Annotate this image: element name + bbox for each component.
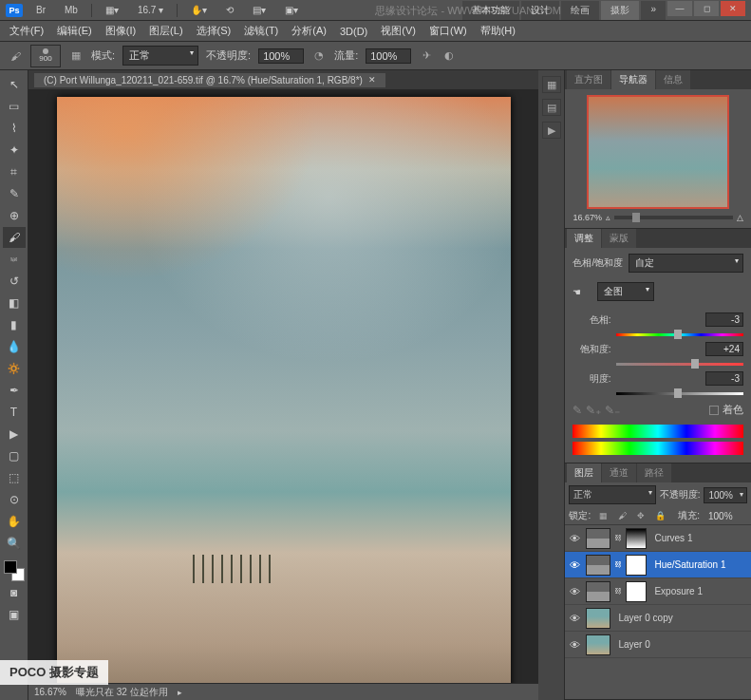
canvas[interactable] [28, 89, 538, 683]
eyedropper-icon[interactable]: ✎ [573, 404, 582, 417]
menu-edit[interactable]: 编辑(E) [51, 21, 98, 41]
menu-select[interactable]: 选择(S) [191, 21, 237, 41]
hue-slider[interactable] [616, 331, 743, 338]
layer-name[interactable]: Exposure 1 [650, 586, 749, 596]
layer-row[interactable]: 👁 ⛓ Curves 1 [565, 525, 751, 552]
blur-tool[interactable]: 💧 [3, 336, 26, 357]
zoom-tool[interactable]: 🔍 [3, 533, 26, 554]
layer-thumb[interactable] [586, 634, 610, 655]
link-icon[interactable]: ⛓ [614, 534, 622, 542]
minimize-button[interactable]: — [667, 1, 692, 16]
brush-tool[interactable]: 🖌 [3, 227, 26, 248]
link-icon[interactable]: ⛓ [614, 587, 622, 596]
bridge-icon[interactable]: Br [30, 3, 51, 17]
menu-analysis[interactable]: 分析(A) [286, 21, 332, 41]
stamp-tool[interactable]: ⎃ [3, 249, 26, 270]
preset-dropdown[interactable]: 自定 [629, 254, 743, 273]
tab-masks[interactable]: 蒙版 [602, 229, 636, 248]
shape-tool[interactable]: ▢ [3, 445, 26, 466]
menu-file[interactable]: 文件(F) [4, 21, 49, 41]
hue-value[interactable]: -3 [705, 312, 743, 327]
layer-row[interactable]: 👁 Layer 0 copy [565, 605, 751, 632]
layer-mask-thumb[interactable] [626, 555, 647, 576]
rotate-icon[interactable]: ⟲ [220, 3, 239, 17]
tab-histogram[interactable]: 直方图 [567, 70, 610, 89]
zoom-level[interactable]: 16.7 ▾ [132, 3, 169, 17]
close-button[interactable]: ✕ [721, 1, 745, 16]
type-tool[interactable]: T [3, 402, 26, 423]
navigator-zoom[interactable]: 16.67% [573, 213, 602, 222]
view-extras-icon[interactable]: ▦▾ [100, 3, 124, 17]
tab-channels[interactable]: 通道 [602, 464, 636, 482]
layer-name[interactable]: Layer 0 [614, 639, 749, 650]
flow-input[interactable]: 100% [366, 48, 411, 64]
pen-tool[interactable]: ✒ [3, 380, 26, 401]
colorize-checkbox[interactable]: 着色 [709, 403, 743, 417]
lightness-slider[interactable] [616, 389, 743, 397]
marquee-tool[interactable]: ▭ [3, 96, 26, 117]
fill-input[interactable]: 100% [705, 510, 747, 522]
quick-select-tool[interactable]: ✦ [3, 140, 26, 161]
move-tool[interactable]: ↖ [3, 74, 26, 95]
range-dropdown[interactable]: 全图 [597, 282, 654, 301]
blend-mode-dropdown[interactable]: 正常 [122, 46, 198, 66]
lock-all-icon[interactable]: 🔒 [653, 509, 667, 522]
history-brush-tool[interactable]: ↺ [3, 271, 26, 292]
dock-icon-1[interactable]: ▦ [542, 76, 561, 93]
layer-row[interactable]: 👁 ⛓ Exposure 1 [565, 578, 751, 605]
visibility-icon[interactable]: 👁 [567, 533, 582, 544]
lasso-tool[interactable]: ⌇ [3, 118, 26, 139]
layer-thumb[interactable] [586, 528, 610, 549]
spot-heal-tool[interactable]: ⊕ [3, 205, 26, 226]
lightness-value[interactable]: -3 [705, 371, 743, 386]
minibridge-icon[interactable]: Mb [59, 3, 84, 17]
layer-thumb[interactable] [586, 608, 610, 629]
layer-thumb[interactable] [586, 581, 610, 602]
zoom-out-icon[interactable]: ▵ [606, 213, 610, 222]
tab-info[interactable]: 信息 [656, 70, 690, 89]
eraser-tool[interactable]: ◧ [3, 293, 26, 313]
layer-thumb[interactable] [586, 555, 610, 576]
document-tab[interactable]: (C) Port Willunga_120211_021-659.tif @ 1… [34, 73, 385, 87]
maximize-button[interactable]: ◻ [694, 1, 719, 16]
navigator-slider[interactable] [614, 216, 733, 219]
tablet-pressure-icon[interactable]: ◐ [441, 48, 457, 64]
lock-position-icon[interactable]: ✥ [634, 509, 648, 522]
eyedropper-minus-icon[interactable]: ✎₋ [605, 404, 620, 417]
screen-mode-tool[interactable]: ▣ [3, 604, 26, 625]
layer-row[interactable]: 👁 Layer 0 [565, 632, 751, 658]
saturation-slider[interactable] [616, 360, 743, 368]
brush-tool-icon[interactable]: 🖌 [8, 48, 23, 64]
workspace-more[interactable]: » [641, 1, 666, 20]
saturation-value[interactable]: +24 [705, 342, 743, 356]
menu-3d[interactable]: 3D(D) [334, 23, 373, 40]
hand-icon[interactable]: ☚ [573, 287, 591, 297]
tab-navigator[interactable]: 导航器 [611, 70, 655, 89]
layer-mask-thumb[interactable] [626, 528, 647, 549]
status-zoom[interactable]: 16.67% [34, 687, 66, 697]
arrange-icon[interactable]: ▤▾ [247, 3, 272, 17]
gradient-tool[interactable]: ▮ [3, 314, 26, 335]
navigator-thumbnail[interactable] [587, 95, 729, 209]
quick-mask-icon[interactable]: ◙ [3, 582, 26, 603]
eyedropper-plus-icon[interactable]: ✎₊ [586, 404, 601, 417]
menu-filter[interactable]: 滤镜(T) [238, 21, 284, 41]
brush-preset-picker[interactable]: 900 [30, 45, 61, 67]
dodge-tool[interactable]: 🔅 [3, 358, 26, 379]
menu-layer[interactable]: 图层(L) [143, 21, 188, 41]
lock-pixels-icon[interactable]: 🖌 [615, 509, 629, 522]
hand-tool[interactable]: ✋ [3, 511, 26, 532]
workspace-tab-photography[interactable]: 摄影 [601, 1, 639, 20]
tab-paths[interactable]: 路径 [637, 464, 671, 482]
layer-row[interactable]: 👁 ⛓ Hue/Saturation 1 [565, 552, 751, 578]
layer-blend-mode[interactable]: 正常 [569, 485, 655, 504]
visibility-icon[interactable]: 👁 [567, 639, 582, 651]
brush-panel-icon[interactable]: ▦ [68, 48, 84, 64]
layer-name[interactable]: Curves 1 [650, 533, 749, 543]
dock-icon-3[interactable]: ▶ [542, 122, 561, 139]
menu-view[interactable]: 视图(V) [375, 21, 422, 41]
layer-name[interactable]: Layer 0 copy [614, 613, 749, 623]
tab-layers[interactable]: 图层 [567, 464, 601, 482]
layer-mask-thumb[interactable] [626, 581, 647, 602]
link-icon[interactable]: ⛓ [614, 560, 622, 569]
